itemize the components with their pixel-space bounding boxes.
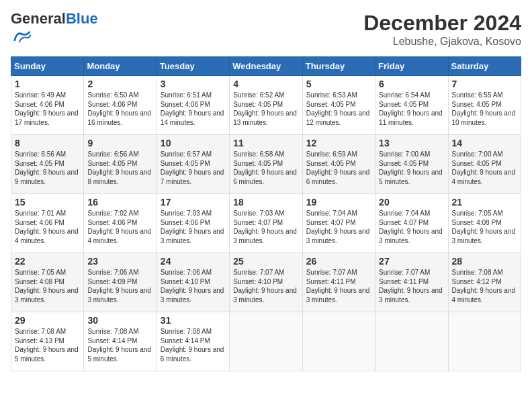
daylight-label: Daylight: 9 hours and 8 minutes.	[87, 169, 151, 185]
sunset-label: Sunset: 4:05 PM	[87, 160, 137, 167]
sunrise-label: Sunrise: 6:50 AM	[87, 91, 138, 99]
calendar-cell: 7 Sunrise: 6:55 AM Sunset: 4:05 PM Dayli…	[448, 76, 521, 135]
sunrise-label: Sunrise: 7:05 AM	[15, 269, 66, 276]
calendar-week-row: 15 Sunrise: 7:01 AM Sunset: 4:06 PM Dayl…	[11, 194, 521, 253]
day-number: 14	[452, 138, 517, 148]
daylight-label: Daylight: 9 hours and 5 minutes.	[15, 346, 79, 363]
sunrise-label: Sunrise: 7:06 AM	[87, 269, 138, 276]
sunset-label: Sunset: 4:06 PM	[161, 101, 210, 108]
day-number: 20	[379, 197, 444, 208]
day-number: 26	[306, 256, 371, 267]
sunrise-label: Sunrise: 6:58 AM	[233, 150, 284, 158]
day-number: 17	[161, 197, 226, 208]
sunrise-label: Sunrise: 6:59 AM	[306, 150, 357, 158]
calendar-table: SundayMondayTuesdayWednesdayThursdayFrid…	[11, 56, 521, 371]
sunset-label: Sunset: 4:05 PM	[452, 101, 502, 108]
sunrise-label: Sunrise: 7:08 AM	[15, 328, 66, 335]
calendar-cell: 21 Sunrise: 7:05 AM Sunset: 4:08 PM Dayl…	[448, 194, 521, 253]
sunset-label: Sunset: 4:08 PM	[452, 219, 502, 226]
sunrise-label: Sunrise: 6:51 AM	[161, 91, 212, 99]
day-info: Sunrise: 7:03 AM Sunset: 4:07 PM Dayligh…	[233, 209, 298, 245]
calendar-cell	[230, 312, 302, 371]
header-sunday: Sunday	[11, 57, 84, 76]
day-info: Sunrise: 6:56 AM Sunset: 4:05 PM Dayligh…	[87, 150, 152, 186]
calendar-cell: 25 Sunrise: 7:07 AM Sunset: 4:10 PM Dayl…	[230, 253, 302, 312]
day-number: 1	[15, 79, 80, 89]
day-info: Sunrise: 7:05 AM Sunset: 4:08 PM Dayligh…	[15, 268, 80, 304]
sunset-label: Sunset: 4:06 PM	[161, 219, 210, 226]
calendar-cell: 3 Sunrise: 6:51 AM Sunset: 4:06 PM Dayli…	[157, 76, 229, 135]
day-info: Sunrise: 7:08 AM Sunset: 4:12 PM Dayligh…	[452, 268, 517, 304]
sunset-label: Sunset: 4:06 PM	[15, 101, 64, 108]
sunrise-label: Sunrise: 6:54 AM	[379, 91, 430, 99]
day-number: 15	[15, 197, 80, 208]
sunset-label: Sunset: 4:10 PM	[233, 278, 283, 285]
header-thursday: Thursday	[302, 57, 375, 76]
sunset-label: Sunset: 4:05 PM	[161, 160, 210, 167]
calendar-cell: 28 Sunrise: 7:08 AM Sunset: 4:12 PM Dayl…	[448, 253, 521, 312]
sunrise-label: Sunrise: 6:49 AM	[15, 91, 66, 99]
header-monday: Monday	[84, 57, 157, 76]
sunset-label: Sunset: 4:06 PM	[15, 219, 64, 226]
daylight-label: Daylight: 9 hours and 4 minutes.	[15, 228, 79, 244]
calendar-cell: 27 Sunrise: 7:07 AM Sunset: 4:11 PM Dayl…	[375, 253, 448, 312]
calendar-cell: 5 Sunrise: 6:53 AM Sunset: 4:05 PM Dayli…	[302, 76, 375, 135]
day-info: Sunrise: 6:58 AM Sunset: 4:05 PM Dayligh…	[233, 150, 298, 186]
sunset-label: Sunset: 4:07 PM	[233, 219, 283, 226]
sunrise-label: Sunrise: 6:55 AM	[452, 91, 503, 99]
calendar-cell: 22 Sunrise: 7:05 AM Sunset: 4:08 PM Dayl…	[11, 253, 84, 312]
daylight-label: Daylight: 9 hours and 14 minutes.	[161, 109, 224, 126]
day-info: Sunrise: 6:52 AM Sunset: 4:05 PM Dayligh…	[233, 91, 298, 127]
calendar-cell: 26 Sunrise: 7:07 AM Sunset: 4:11 PM Dayl…	[302, 253, 375, 312]
day-info: Sunrise: 7:08 AM Sunset: 4:14 PM Dayligh…	[87, 327, 152, 363]
daylight-label: Daylight: 9 hours and 4 minutes.	[87, 228, 151, 244]
daylight-label: Daylight: 9 hours and 5 minutes.	[379, 169, 443, 185]
sunrise-label: Sunrise: 7:02 AM	[87, 210, 138, 217]
daylight-label: Daylight: 9 hours and 7 minutes.	[161, 169, 224, 185]
day-number: 4	[233, 79, 298, 89]
day-number: 29	[15, 315, 80, 326]
sunset-label: Sunset: 4:11 PM	[379, 278, 429, 285]
day-info: Sunrise: 7:02 AM Sunset: 4:06 PM Dayligh…	[87, 209, 152, 245]
sunrise-label: Sunrise: 7:01 AM	[15, 210, 66, 217]
sunrise-label: Sunrise: 7:00 AM	[379, 150, 430, 158]
daylight-label: Daylight: 9 hours and 3 minutes.	[452, 228, 516, 244]
day-number: 23	[87, 256, 152, 267]
calendar-cell: 20 Sunrise: 7:04 AM Sunset: 4:07 PM Dayl…	[375, 194, 448, 253]
day-number: 11	[233, 138, 298, 148]
calendar-cell: 29 Sunrise: 7:08 AM Sunset: 4:13 PM Dayl…	[11, 312, 84, 371]
sunrise-label: Sunrise: 7:06 AM	[161, 269, 212, 276]
calendar-cell: 17 Sunrise: 7:03 AM Sunset: 4:06 PM Dayl…	[157, 194, 229, 253]
sunset-label: Sunset: 4:12 PM	[452, 278, 502, 285]
calendar-week-row: 29 Sunrise: 7:08 AM Sunset: 4:13 PM Dayl…	[11, 312, 521, 371]
day-number: 2	[87, 79, 152, 89]
calendar-cell: 2 Sunrise: 6:50 AM Sunset: 4:06 PM Dayli…	[84, 76, 157, 135]
daylight-label: Daylight: 9 hours and 4 minutes.	[452, 169, 516, 185]
daylight-label: Daylight: 9 hours and 9 minutes.	[15, 169, 79, 185]
day-info: Sunrise: 7:06 AM Sunset: 4:10 PM Dayligh…	[161, 268, 226, 304]
day-info: Sunrise: 7:01 AM Sunset: 4:06 PM Dayligh…	[15, 209, 80, 245]
calendar-cell	[448, 312, 521, 371]
day-info: Sunrise: 6:57 AM Sunset: 4:05 PM Dayligh…	[161, 150, 226, 186]
sunrise-label: Sunrise: 7:08 AM	[161, 328, 212, 335]
day-info: Sunrise: 6:59 AM Sunset: 4:05 PM Dayligh…	[306, 150, 371, 186]
sunset-label: Sunset: 4:05 PM	[452, 160, 502, 167]
sunrise-label: Sunrise: 7:05 AM	[452, 210, 503, 217]
logo: GeneralBlue	[11, 11, 98, 48]
sunrise-label: Sunrise: 7:08 AM	[452, 269, 503, 276]
day-number: 3	[161, 79, 226, 89]
sunset-label: Sunset: 4:06 PM	[87, 101, 137, 108]
calendar-cell: 19 Sunrise: 7:04 AM Sunset: 4:07 PM Dayl…	[302, 194, 375, 253]
sunrise-label: Sunrise: 7:04 AM	[306, 210, 357, 217]
calendar-cell: 18 Sunrise: 7:03 AM Sunset: 4:07 PM Dayl…	[230, 194, 302, 253]
day-info: Sunrise: 6:50 AM Sunset: 4:06 PM Dayligh…	[87, 91, 152, 127]
calendar-week-row: 22 Sunrise: 7:05 AM Sunset: 4:08 PM Dayl…	[11, 253, 521, 312]
sunrise-label: Sunrise: 7:07 AM	[306, 269, 357, 276]
header-friday: Friday	[375, 57, 448, 76]
day-number: 21	[452, 197, 517, 208]
day-number: 6	[379, 79, 444, 89]
sunrise-label: Sunrise: 7:08 AM	[87, 328, 138, 335]
day-number: 25	[233, 256, 298, 267]
daylight-label: Daylight: 9 hours and 3 minutes.	[379, 287, 443, 304]
sunrise-label: Sunrise: 6:56 AM	[87, 150, 138, 158]
